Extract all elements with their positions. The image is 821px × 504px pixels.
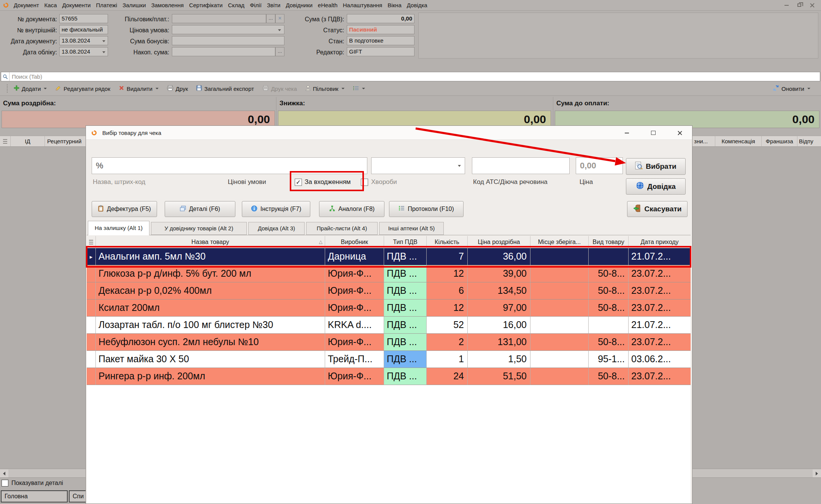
price-input[interactable]: 0,00 (576, 157, 623, 174)
menu-item[interactable]: Платежі (93, 2, 120, 8)
menu-item[interactable]: Залишки (120, 2, 149, 8)
cell-vat[interactable]: ПДВ ... (384, 300, 427, 317)
cell-qty[interactable]: 1 (427, 351, 468, 368)
cell-date[interactable]: 21.07.2... (629, 248, 691, 265)
cell-maker[interactable]: Юрия-Ф... (325, 334, 384, 351)
column-header-dispense[interactable]: Відпу (797, 136, 821, 146)
cell-maker[interactable]: Юрия-Ф... (325, 368, 384, 385)
cell-name[interactable]: Анальгин амп. 5мл №30 (96, 248, 325, 265)
cell-storage[interactable] (530, 282, 589, 300)
menu-item[interactable]: eHealth (315, 2, 340, 8)
atc-input[interactable] (472, 157, 570, 174)
beneficiary-button[interactable]: Пільговик (305, 85, 345, 92)
cell-qty[interactable]: 7 (427, 248, 468, 265)
dialog-titlebar[interactable]: Вибір товару для чека (86, 126, 692, 140)
diseases-checkbox-label[interactable]: Хвороби (371, 178, 397, 186)
menu-item[interactable]: Склад (225, 2, 247, 8)
cell-vat[interactable]: ПДВ ... (384, 368, 427, 385)
cell-qty[interactable]: 52 (427, 317, 468, 334)
menu-item[interactable]: Вікна (385, 2, 404, 8)
cell-price[interactable]: 36,00 (468, 248, 530, 265)
sort-ascending-icon[interactable]: △ (319, 239, 322, 244)
menu-item[interactable]: Філії (247, 2, 264, 8)
cell-date[interactable]: 21.07.2... (629, 317, 691, 334)
cell-storage[interactable] (530, 317, 589, 334)
minimize-button[interactable] (780, 0, 793, 10)
cell-date[interactable]: 03.06.2... (629, 351, 691, 368)
print-button[interactable]: Друк (167, 85, 188, 92)
cell-qty[interactable]: 2 (427, 334, 468, 351)
product-row[interactable]: Ксилат 200млЮрия-Ф...ПДВ ...1297,0050-8.… (87, 300, 691, 317)
tab-other-pharmacies[interactable]: Інші аптеки (Alt 5) (379, 222, 444, 235)
column-header-name[interactable]: Назва товару △ (96, 236, 325, 248)
delete-button[interactable]: Видалити (119, 85, 159, 92)
cell-price[interactable]: 39,00 (468, 265, 530, 282)
cell-qty[interactable]: 12 (427, 265, 468, 282)
cell-kind[interactable]: 95-1... (589, 351, 629, 368)
cell-name[interactable]: Пакет майка 30 Х 50 (96, 351, 325, 368)
print-receipt-button[interactable]: Друк чека (262, 85, 297, 92)
column-header-vat[interactable]: Тип ПДВ (384, 236, 427, 248)
menu-item[interactable]: Замовлення (149, 2, 186, 8)
help-button[interactable]: Довідка (626, 178, 686, 195)
cell-qty[interactable]: 12 (427, 300, 468, 317)
cell-name[interactable]: Небуфлюзон сусп. 2мл небулы №10 (96, 334, 325, 351)
cell-vat[interactable]: ПДВ ... (384, 282, 427, 300)
column-header-compensation[interactable]: Компенсація (715, 136, 762, 146)
product-row[interactable]: ▸Анальгин амп. 5мл №30ДарницаПДВ ...736,… (87, 248, 691, 265)
menu-item[interactable]: Документ (11, 2, 42, 8)
menu-item[interactable]: Налаштування (340, 2, 385, 8)
menu-item[interactable]: Документи (59, 2, 93, 8)
cell-price[interactable]: 131,00 (468, 334, 530, 351)
column-header-id[interactable]: ІД (11, 136, 45, 146)
scroll-left-button[interactable] (0, 469, 8, 477)
cell-maker[interactable]: Трейд-П... (325, 351, 384, 368)
cell-kind[interactable]: 50-8... (589, 368, 629, 385)
cell-maker[interactable]: Юрия-Ф... (325, 282, 384, 300)
menu-item[interactable]: Довідка (404, 2, 430, 8)
menu-item[interactable]: Звіти (264, 2, 283, 8)
tab-on-stock[interactable]: На залишку (Alt 1) (88, 221, 149, 235)
cell-kind[interactable] (589, 317, 629, 334)
price-condition-field[interactable] (172, 25, 284, 34)
cell-name[interactable]: Декасан р-р 0,02% 400мл (96, 282, 325, 300)
cell-name[interactable]: Рингера р-р инф. 200мл (96, 368, 325, 385)
search-input[interactable] (10, 73, 820, 80)
dialog-maximize-button[interactable] (645, 126, 662, 140)
cell-name[interactable]: Глюкоза р-р д/инф. 5% бут. 200 мл (96, 265, 325, 282)
cell-name[interactable]: Лозартан табл. п/о 100 мг блистер №30 (96, 317, 325, 334)
bottom-tab-main[interactable]: Головна (1, 490, 68, 502)
product-row[interactable]: Рингера р-р инф. 200млЮрия-Ф...ПДВ ...24… (87, 368, 691, 385)
cell-date[interactable]: 23.07.2... (629, 334, 691, 351)
product-row[interactable]: Небуфлюзон сусп. 2мл небулы №10Юрия-Ф...… (87, 334, 691, 351)
product-search-input[interactable] (92, 157, 367, 174)
cell-maker[interactable]: Юрия-Ф... (325, 265, 384, 282)
dialog-minimize-button[interactable] (618, 126, 635, 140)
tab-price-lists[interactable]: Прайс-листи (Alt 4) (306, 222, 378, 235)
cell-maker[interactable]: Юрия-Ф... (325, 300, 384, 317)
cell-storage[interactable] (530, 334, 589, 351)
product-row[interactable]: Глюкоза р-р д/инф. 5% бут. 200 млЮрия-Ф.… (87, 265, 691, 282)
scroll-right-button[interactable] (813, 469, 821, 477)
instruction-button[interactable]: Інструкція (F7) (242, 201, 310, 217)
column-header-discount[interactable]: зни... (692, 136, 715, 146)
defectura-button[interactable]: Дефектура (F5) (92, 201, 157, 217)
cell-price[interactable]: 51,50 (468, 368, 530, 385)
restore-button[interactable] (793, 0, 806, 10)
bonus-sum-field[interactable] (172, 36, 284, 45)
cell-qty[interactable]: 6 (427, 282, 468, 300)
list-options-button[interactable] (353, 86, 365, 92)
analogs-button[interactable]: Аналоги (F8) (319, 201, 384, 217)
cell-price[interactable]: 134,50 (468, 282, 530, 300)
cell-storage[interactable] (530, 368, 589, 385)
cell-storage[interactable] (530, 300, 589, 317)
cell-vat[interactable]: ПДВ ... (384, 265, 427, 282)
diseases-checkbox[interactable] (361, 179, 368, 186)
cell-kind[interactable]: 50-8... (589, 265, 629, 282)
cell-vat[interactable]: ПДВ ... (384, 248, 427, 265)
cell-kind[interactable]: 50-8... (589, 334, 629, 351)
show-details-checkbox[interactable] (2, 480, 8, 487)
add-button[interactable]: Додати (14, 85, 47, 92)
cell-kind[interactable] (589, 248, 629, 265)
edit-row-button[interactable]: Редагувати рядок (55, 85, 110, 92)
